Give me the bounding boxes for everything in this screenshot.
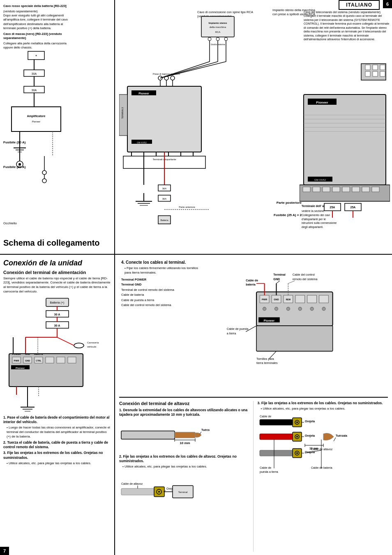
svg-rect-150 bbox=[319, 295, 329, 303]
svg-rect-69 bbox=[365, 65, 370, 70]
svg-text:della macchina: della macchina bbox=[210, 26, 226, 28]
step2-title: 2. Tuerza el cable de batería, cable de … bbox=[3, 440, 111, 449]
svg-rect-74 bbox=[380, 71, 385, 76]
speaker-step2-bullet: • Utilice alicates, etc. para plegar las… bbox=[122, 465, 250, 469]
svg-text:25A: 25A bbox=[350, 206, 356, 209]
svg-text:a tierra: a tierra bbox=[227, 332, 236, 335]
step4-text: 4. Conecte los cables al terminal. • Fij… bbox=[119, 258, 201, 394]
svg-point-156 bbox=[322, 307, 325, 311]
svg-point-134 bbox=[74, 343, 84, 348]
svg-text:Terminal: Terminal bbox=[178, 491, 188, 493]
lug-diagram-left: Cable de altavoz Orejeta Terminal bbox=[119, 471, 210, 512]
bottom-right-content: 4. Conecte los cables al terminal. • Fij… bbox=[115, 255, 392, 555]
svg-text:30A: 30A bbox=[162, 187, 167, 190]
svg-point-189 bbox=[158, 491, 160, 493]
svg-point-154 bbox=[298, 307, 302, 311]
svg-point-152 bbox=[274, 307, 278, 311]
svg-point-21 bbox=[42, 179, 46, 183]
occhiello-label: Occhiello bbox=[3, 221, 17, 225]
step4-section: 4. Conecte los cables al terminal. • Fij… bbox=[119, 258, 388, 398]
svg-text:Carrocería: Carrocería bbox=[87, 341, 99, 344]
step4-bullet: • Fijar los cables firmemente utilizando… bbox=[125, 266, 199, 275]
svg-rect-197 bbox=[260, 419, 293, 425]
svg-rect-70 bbox=[373, 65, 378, 70]
schema-title: Schema di collegamento bbox=[3, 238, 111, 248]
speaker-step1-title: 1. Desnude la extremidad de los cables d… bbox=[119, 408, 250, 417]
wire-strip-diagram: 10 mm Tuérzala bbox=[119, 419, 210, 451]
svg-text:Orejeta: Orejeta bbox=[305, 434, 315, 438]
speaker-section: Conexión del terminal de altavoz 1. Desn… bbox=[119, 398, 388, 552]
svg-text:30A: 30A bbox=[32, 89, 37, 92]
svg-rect-71 bbox=[380, 65, 385, 70]
terminal-connection-diagram: Batteria (+) 30 A 30 A bbox=[5, 296, 110, 415]
page-number-left: 7 bbox=[0, 547, 9, 555]
svg-rect-123 bbox=[57, 357, 65, 363]
svg-text:Tuérzala: Tuérzala bbox=[336, 434, 347, 437]
svg-point-153 bbox=[286, 307, 290, 311]
step4-svg: PWR GND REM bbox=[205, 258, 388, 394]
svg-text:puesta a tierra: puesta a tierra bbox=[260, 470, 278, 474]
svg-rect-90 bbox=[342, 187, 350, 192]
svg-text:GM-XX/52: GM-XX/52 bbox=[314, 179, 326, 181]
svg-text:Pioneer: Pioneer bbox=[316, 101, 328, 104]
svg-rect-122 bbox=[46, 357, 54, 363]
svg-text:Pioneer: Pioneer bbox=[15, 367, 25, 369]
svg-rect-89 bbox=[332, 187, 340, 192]
speaker-right: 3. Fije las orejetas a los extremos de l… bbox=[258, 401, 388, 552]
svg-text:REM: REM bbox=[286, 298, 291, 301]
svg-text:30A: 30A bbox=[32, 72, 37, 75]
cavo-massa-label: Cavo di massa (nero) [RD-223] (venduto s… bbox=[3, 32, 73, 40]
svg-rect-75 bbox=[304, 94, 386, 185]
svg-point-20 bbox=[42, 170, 46, 175]
svg-text:10 mm: 10 mm bbox=[180, 441, 190, 445]
bottom-right-panel: 4. Conecte los cables al terminal. • Fij… bbox=[115, 255, 392, 555]
svg-text:POWER: POWER bbox=[12, 353, 21, 355]
svg-text:GND: GND bbox=[25, 359, 30, 362]
cavo-rosso-label: Cavo rosso speciale della batteria [RD-2… bbox=[3, 4, 67, 8]
svg-rect-87 bbox=[313, 187, 320, 192]
svg-rect-88 bbox=[323, 187, 330, 192]
center-wiring-svg: Impianto stereo della macchina RCA Uscit… bbox=[119, 12, 292, 230]
svg-text:GND: GND bbox=[25, 353, 30, 355]
top-right-annotation: Cavo del telecomando del sistema (vendut… bbox=[304, 10, 390, 41]
svg-text:Batteria: Batteria bbox=[161, 219, 169, 221]
schema-diagram: ITALIANO 6 Cavo del telecomando del sist… bbox=[115, 0, 392, 254]
svg-text:vehículo: vehículo bbox=[87, 345, 97, 348]
svg-rect-149 bbox=[307, 295, 317, 303]
svg-text:batería: batería bbox=[246, 283, 256, 286]
speaker-step2-title: 2. Fije las orejetas a los extremos de l… bbox=[119, 454, 250, 463]
svg-line-224 bbox=[334, 438, 336, 441]
svg-text:30A: 30A bbox=[162, 198, 167, 200]
svg-text:Cable de: Cable de bbox=[260, 415, 271, 418]
bottom-left-panel: 7 Conexión de la unidad Conexión del ter… bbox=[0, 255, 115, 555]
svg-text:Cable de puesta: Cable de puesta bbox=[227, 327, 248, 331]
svg-text:Parte anteriore: Parte anteriore bbox=[179, 206, 195, 208]
svg-rect-174 bbox=[256, 326, 333, 351]
lug-diagram-right: Cable de bbox=[258, 413, 373, 495]
svg-text:GND: GND bbox=[274, 298, 279, 301]
svg-rect-92 bbox=[362, 187, 369, 192]
left-wiring-diagram: + 30A 30A Amplificatore Pioneer bbox=[3, 49, 69, 205]
speaker-section-title: Conexión del terminal de altavoz bbox=[119, 401, 250, 406]
svg-text:Cable de: Cable de bbox=[246, 279, 258, 282]
svg-text:+: + bbox=[35, 54, 37, 57]
speaker-left: Conexión del terminal de altavoz 1. Desn… bbox=[119, 401, 254, 552]
svg-line-135 bbox=[57, 337, 74, 345]
svg-text:25A: 25A bbox=[330, 206, 335, 209]
svg-text:Amplificatore: Amplificatore bbox=[27, 115, 46, 118]
terminal-labels-list: Terminal POWER Terminal GND Terminal de … bbox=[121, 278, 199, 308]
conexion-intro: Siempre utilice el cable de batería rojo… bbox=[3, 276, 111, 294]
svg-text:GND: GND bbox=[273, 277, 280, 281]
svg-text:PWR: PWR bbox=[262, 298, 267, 301]
parte-posteriore-label: Parte posteriore bbox=[277, 201, 302, 205]
svg-rect-206 bbox=[260, 450, 293, 456]
svg-rect-73 bbox=[373, 71, 378, 76]
step1-title: 1. Pase el cable de batería desde el com… bbox=[3, 415, 111, 424]
svg-text:Pioneer: Pioneer bbox=[138, 92, 149, 95]
svg-text:Impianto stereo: Impianto stereo bbox=[209, 22, 227, 24]
svg-text:Batteria (+): Batteria (+) bbox=[50, 301, 64, 304]
svg-text:CTRL: CTRL bbox=[36, 359, 41, 362]
svg-rect-186 bbox=[121, 488, 154, 495]
svg-text:GM-XX/52: GM-XX/52 bbox=[137, 141, 147, 144]
svg-text:RCA: RCA bbox=[215, 31, 221, 33]
